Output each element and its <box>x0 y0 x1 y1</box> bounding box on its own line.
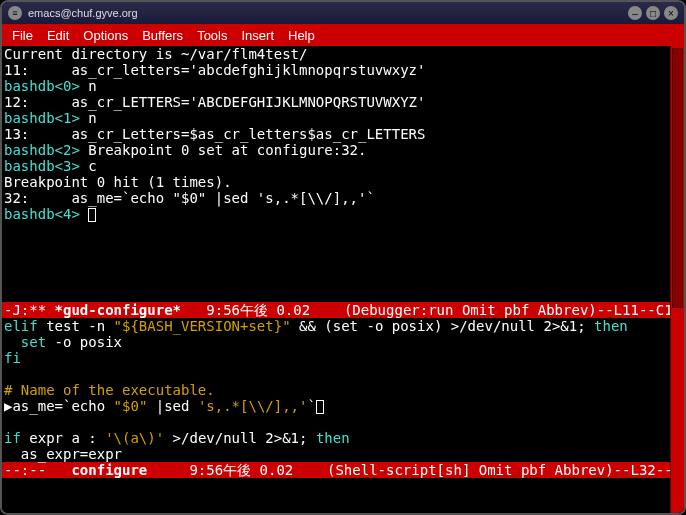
code-line: Breakpoint 0 hit (1 times). <box>2 174 670 190</box>
close-button[interactable]: × <box>664 6 678 20</box>
code-line: as_expr=expr <box>2 446 670 462</box>
code-line: bashdb<3> c <box>2 158 670 174</box>
scrollbar-top[interactable] <box>670 46 684 513</box>
code-line <box>2 366 670 382</box>
gud-buffer[interactable]: Current directory is ~/var/flm4test/11: … <box>2 46 670 222</box>
modeline-gud: -J:** *gud-configure* 9:56午後 0.02 (Debug… <box>2 302 670 318</box>
code-line: elif test -n "${BASH_VERSION+set}" && (s… <box>2 318 670 334</box>
code-line: 11: as_cr_letters='abcdefghijklmnopqrstu… <box>2 62 670 78</box>
menu-edit[interactable]: Edit <box>47 28 69 43</box>
window-titlebar: ≡ emacs@chuf.gyve.org – □ × <box>2 2 684 24</box>
code-line: bashdb<4> <box>2 206 670 222</box>
code-line: 32: as_me=`echo "$0" |sed 's,.*[\\/],,'` <box>2 190 670 206</box>
menu-tools[interactable]: Tools <box>197 28 227 43</box>
code-line: Current directory is ~/var/flm4test/ <box>2 46 670 62</box>
modeline-configure: --:-- configure 9:56午後 0.02 (Shell-scrip… <box>2 462 670 478</box>
app-menu-icon[interactable]: ≡ <box>8 6 22 20</box>
menu-options[interactable]: Options <box>83 28 128 43</box>
menu-buffers[interactable]: Buffers <box>142 28 183 43</box>
window-title: emacs@chuf.gyve.org <box>28 7 138 19</box>
code-line: bashdb<0> n <box>2 78 670 94</box>
cursor <box>316 400 324 414</box>
code-line: if expr a : '\(a\)' >/dev/null 2>&1; the… <box>2 430 670 446</box>
code-line: # Name of the executable. <box>2 382 670 398</box>
editor-area: Current directory is ~/var/flm4test/11: … <box>2 46 684 513</box>
code-line: fi <box>2 350 670 366</box>
menu-insert[interactable]: Insert <box>241 28 274 43</box>
maximize-button[interactable]: □ <box>646 6 660 20</box>
menu-file[interactable]: File <box>12 28 33 43</box>
code-line: bashdb<2> Breakpoint 0 set at configure:… <box>2 142 670 158</box>
cursor <box>88 208 96 222</box>
scrollbar-thumb[interactable] <box>672 48 683 308</box>
code-line: 13: as_cr_Letters=$as_cr_letters$as_cr_L… <box>2 126 670 142</box>
configure-buffer[interactable]: elif test -n "${BASH_VERSION+set}" && (s… <box>2 318 670 462</box>
minimize-button[interactable]: – <box>628 6 642 20</box>
code-line <box>2 414 670 430</box>
buffer-panes[interactable]: Current directory is ~/var/flm4test/11: … <box>2 46 670 513</box>
code-line: ▶as_me=`echo "$0" |sed 's,.*[\\/],,'` <box>2 398 670 414</box>
menu-help[interactable]: Help <box>288 28 315 43</box>
emacs-menubar: File Edit Options Buffers Tools Insert H… <box>2 24 684 46</box>
code-line: set -o posix <box>2 334 670 350</box>
code-line: 12: as_cr_LETTERS='ABCDEFGHIJKLMNOPQRSTU… <box>2 94 670 110</box>
code-line: bashdb<1> n <box>2 110 670 126</box>
